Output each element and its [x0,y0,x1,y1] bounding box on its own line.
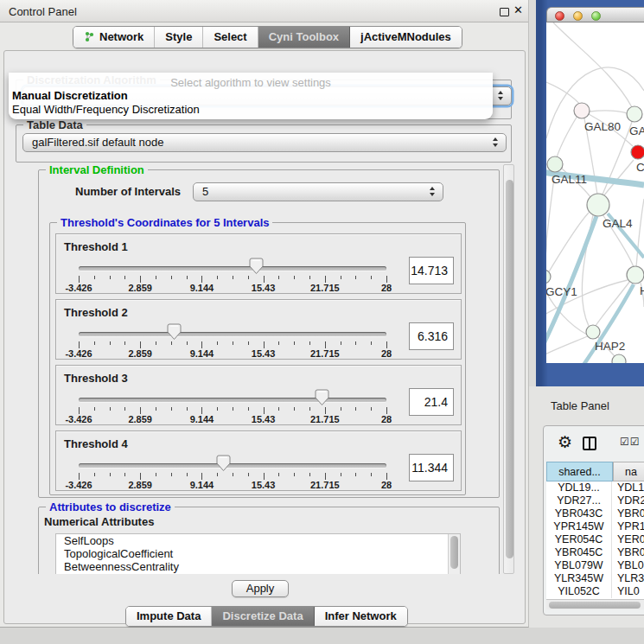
table-cell-shared-name[interactable]: YDL19... [546,481,612,494]
table-cell-name[interactable]: YPR1 [612,520,644,533]
tick-label: 15.43 [252,480,276,490]
threshold-slider-thumb[interactable] [167,323,182,341]
network-node[interactable] [546,270,551,284]
tab-discretize-data[interactable]: Discretize Data [212,607,314,626]
tick-mark [140,341,141,348]
settings-vertical-scrollbar[interactable] [503,164,514,574]
table-data-combobox[interactable]: galFiltered.sif default node [22,133,507,152]
network-node[interactable] [587,194,609,216]
mac-close-button[interactable] [555,11,564,21]
tick-mark [386,341,387,348]
tab-infer-network[interactable]: Infer Network [315,607,407,626]
float-window-icon[interactable] [500,8,509,16]
threshold-value-field[interactable]: 6.316 [409,322,454,350]
table-row[interactable]: YER054CYER0 [546,533,644,546]
attribute-list-item[interactable]: BetweennessCentrality [56,560,460,573]
tick-mark [187,276,188,279]
table-cell-name[interactable]: YBL0 [612,559,644,572]
dropdown-option-equal-width[interactable]: Equal Width/Frequency Discretization [12,103,200,116]
tick-mark [94,276,95,279]
tab-label: Impute Data [137,606,201,627]
table-cell-name[interactable]: YLR3 [612,572,644,585]
table-row[interactable]: YDL19...YDL1 [546,481,644,494]
threshold-slider-track[interactable] [79,463,386,468]
table-cell-shared-name[interactable]: YDR27... [546,494,612,507]
select-columns-checkboxes-icon[interactable]: ☑☑ [620,436,641,448]
top-tab-bar: NetworkStyleSelectCyni ToolboxjActiveMNo… [73,26,462,48]
dropdown-option-manual[interactable]: Manual Discretization [12,89,128,102]
table-row[interactable]: YLR345WYLR3 [546,572,644,585]
tick-label: 2.859 [128,480,152,490]
network-graph[interactable]: GAL80GACGAL11GAL4GCY1HHAP2 [546,22,644,363]
table-cell-name[interactable]: YDL1 [612,481,644,494]
network-node[interactable] [574,103,590,118]
table-horizontal-scrollbar-thumb[interactable] [549,602,641,609]
table-row[interactable]: YBR043CYBR0 [546,507,644,520]
tab-cyni-toolbox[interactable]: Cyni Toolbox [258,27,350,48]
table-cell-name[interactable]: YBR0 [612,546,644,559]
network-node[interactable] [547,156,563,172]
tick-label: 21.715 [310,414,340,424]
table-cell-shared-name[interactable]: YLR345W [546,572,612,585]
close-icon[interactable]: ✕ [513,3,523,16]
tab-label: Cyni Toolbox [269,27,339,48]
tick-mark [140,473,141,480]
threshold-value-field[interactable]: 11.344 [409,454,454,481]
threshold-slider-track[interactable] [79,332,386,336]
tab-jactivemnodules[interactable]: jActiveMNodules [350,27,462,48]
apply-button[interactable]: Apply [232,580,289,597]
table-row[interactable]: YBR045CYBR0 [546,546,644,559]
threshold-value-field[interactable]: 21.4 [409,388,454,416]
network-node[interactable] [586,325,600,339]
table-horizontal-scrollbar[interactable] [546,599,644,609]
gear-icon[interactable]: ⚙ [558,432,572,451]
threshold-value-field[interactable]: 14.713 [409,257,454,284]
threshold-slider-thumb[interactable] [315,389,329,406]
table-row[interactable]: YIL052CYIL0 [546,585,644,598]
mac-zoom-button[interactable] [591,11,601,21]
network-node[interactable] [627,266,644,284]
attributes-list-scrollbar[interactable] [448,534,460,574]
number-of-intervals-combobox[interactable]: 5 [193,182,443,201]
attribute-list-item[interactable]: TopologicalCoefficient [56,547,460,560]
threshold-slider-thumb[interactable] [249,258,264,275]
tab-style[interactable]: Style [155,27,203,48]
tick-label: 9.144 [190,480,214,490]
network-node[interactable] [631,145,644,159]
numerical-attributes-list[interactable]: SelfLoopsTopologicalCoefficientBetweenne… [55,533,461,574]
table-cell-shared-name[interactable]: YBR045C [546,546,612,559]
network-canvas[interactable]: GAL80GACGAL11GAL4GCY1HHAP2 [546,22,644,363]
table-cell-shared-name[interactable]: YER054C [546,533,612,546]
threshold-slider-track[interactable] [79,266,386,271]
mac-minimize-button[interactable] [573,11,583,21]
threshold-slider-thumb[interactable] [216,455,231,472]
table-cell-name[interactable]: YDR2 [612,494,644,507]
tick-mark [187,341,188,345]
table-column-header[interactable]: na [613,462,644,481]
tab-impute-data[interactable]: Impute Data [126,607,212,626]
settings-vertical-scrollbar-thumb[interactable] [506,180,513,558]
threshold-slider-track[interactable] [79,398,386,402]
network-node[interactable] [612,354,626,363]
tick-mark [171,407,172,411]
tab-select[interactable]: Select [203,27,258,48]
table-row[interactable]: YBL079WYBL0 [546,559,644,572]
tab-network[interactable]: Network [73,27,155,48]
table-cell-shared-name[interactable]: YBR043C [546,507,612,520]
table-cell-shared-name[interactable]: YBL079W [546,559,612,572]
table-cell-shared-name[interactable]: YIL052C [546,585,612,598]
tick-mark [264,276,265,283]
table-row[interactable]: YPR145WYPR1 [546,520,644,533]
tick-mark [309,473,310,476]
tick-mark [156,341,156,345]
table-cell-name[interactable]: YIL0 [612,585,644,598]
table-column-header[interactable]: shared... [546,462,613,481]
columns-icon[interactable] [583,437,596,450]
table-row[interactable]: YDR27...YDR2 [546,494,644,507]
table-cell-shared-name[interactable]: YPR145W [546,520,612,533]
table-cell-name[interactable]: YER0 [612,533,644,546]
table-cell-name[interactable]: YBR0 [612,507,644,520]
network-node[interactable] [627,106,642,122]
attribute-list-item[interactable]: SelfLoops [56,534,460,547]
attributes-list-scrollbar-thumb[interactable] [450,536,458,569]
